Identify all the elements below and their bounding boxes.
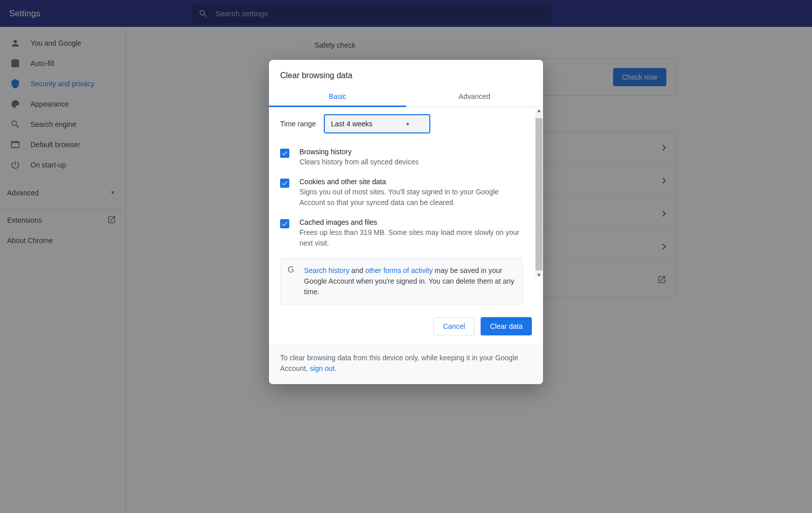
option-title: Cached images and files (299, 218, 523, 226)
modal-overlay: Clear browsing data Basic Advanced ▲ ▼ T… (0, 0, 812, 513)
sign-out-link[interactable]: sign out (310, 364, 334, 372)
search-history-link[interactable]: Search history (304, 266, 349, 275)
clear-browsing-data-dialog: Clear browsing data Basic Advanced ▲ ▼ T… (269, 60, 543, 384)
time-range-label: Time range (280, 120, 316, 128)
checkbox-browsing-history[interactable] (280, 149, 289, 158)
checkbox-cookies[interactable] (280, 179, 289, 188)
dialog-tabs: Basic Advanced (269, 86, 543, 107)
option-desc: Frees up less than 319 MB. Some sites ma… (299, 227, 523, 249)
cancel-button[interactable]: Cancel (433, 317, 475, 335)
other-activity-link[interactable]: other forms of activity (365, 266, 433, 275)
option-desc: Clears history from all synced devices (299, 157, 419, 167)
option-cached: Cached images and files Frees up less th… (280, 213, 523, 254)
tab-advanced[interactable]: Advanced (406, 86, 543, 107)
caret-down-icon: ▼ (405, 121, 410, 127)
tab-basic[interactable]: Basic (269, 86, 406, 107)
option-title: Cookies and other site data (299, 178, 523, 186)
info-box: G Search history and other forms of acti… (280, 258, 523, 305)
google-icon: G (288, 265, 297, 275)
dialog-footer: To clear browsing data from this device … (269, 345, 543, 384)
info-message: Search history and other forms of activi… (304, 265, 515, 297)
time-range-value: Last 4 weeks (331, 120, 373, 128)
scroll-down-icon[interactable]: ▼ (535, 271, 543, 279)
option-browsing-history: Browsing history Clears history from all… (280, 143, 523, 173)
scroll-up-icon[interactable]: ▲ (535, 107, 543, 114)
checkbox-cached[interactable] (280, 219, 289, 228)
option-cookies: Cookies and other site data Signs you ou… (280, 173, 523, 213)
option-title: Browsing history (299, 148, 419, 156)
option-desc: Signs you out of most sites. You'll stay… (299, 187, 523, 208)
scrollbar-thumb[interactable] (535, 118, 543, 270)
dialog-title: Clear browsing data (269, 60, 543, 86)
time-range-select[interactable]: Last 4 weeks ▼ (324, 114, 430, 133)
clear-data-button[interactable]: Clear data (481, 317, 532, 335)
